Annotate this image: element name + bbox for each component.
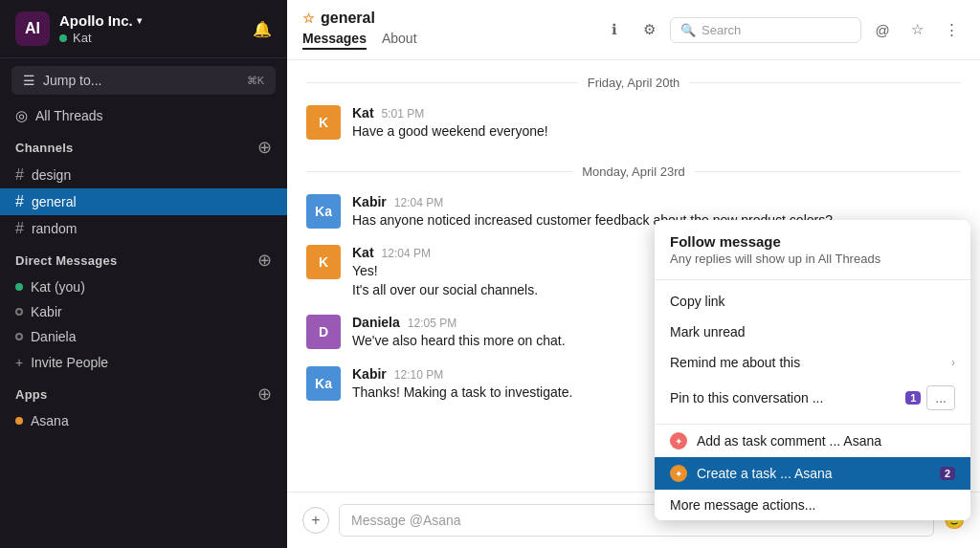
- asana-create-task-item[interactable]: ✦ Create a task ... Asana 2: [655, 457, 970, 490]
- three-dots-button[interactable]: ...: [926, 385, 955, 410]
- search-icon: 🔍: [680, 23, 696, 37]
- apps-section-header: Apps ⊕: [0, 376, 287, 408]
- message-content: Kat 5:01 PM Have a good weekend everyone…: [352, 105, 961, 142]
- sidebar-item-all-threads[interactable]: ◎ All Threads: [0, 102, 287, 129]
- online-status-icon: [59, 34, 67, 42]
- add-app-icon[interactable]: ⊕: [257, 384, 272, 405]
- date-divider-monday: Monday, April 23rd: [306, 149, 961, 186]
- sidebar: AI Apollo Inc. ▾ Kat 🔔 ☰ Jump to... ⌘K ◎…: [0, 0, 287, 548]
- hash-icon: #: [15, 193, 24, 210]
- channel-tabs: Messages About: [302, 29, 433, 50]
- hash-icon: #: [15, 166, 24, 184]
- avatar: Ka: [306, 366, 341, 401]
- header-actions: ℹ ⚙ 🔍 Search @ ☆ ⋮: [601, 16, 965, 43]
- offline-dot-icon: [15, 333, 23, 340]
- remind-me-item[interactable]: Remind me about this ›: [655, 347, 970, 378]
- badge-1: 1: [905, 391, 921, 405]
- channel-title-area: ☆ general Messages About: [302, 10, 433, 50]
- offline-dot-icon: [15, 308, 23, 316]
- sidebar-dm-daniela[interactable]: Daniela: [0, 324, 287, 349]
- sidebar-item-random[interactable]: # random: [0, 215, 287, 242]
- sidebar-app-asana[interactable]: Asana: [0, 408, 287, 433]
- copy-link-item[interactable]: Copy link: [655, 286, 970, 317]
- tab-messages[interactable]: Messages: [302, 29, 367, 50]
- at-icon-button[interactable]: @: [869, 16, 896, 43]
- search-input[interactable]: Search: [702, 23, 741, 37]
- keyboard-shortcut: ⌘K: [247, 75, 264, 87]
- date-divider-friday: Friday, April 20th: [306, 60, 961, 98]
- asana-add-comment-item[interactable]: ✦ Add as task comment ... Asana: [655, 425, 970, 457]
- hash-icon: #: [15, 220, 24, 237]
- message-text: Have a good weekend everyone!: [352, 122, 961, 142]
- sidebar-dm-kabir[interactable]: Kabir: [0, 299, 287, 324]
- avatar: K: [306, 245, 341, 279]
- avatar: K: [306, 105, 341, 140]
- jump-to-button[interactable]: ☰ Jump to... ⌘K: [11, 66, 276, 95]
- star-header-icon[interactable]: ☆: [903, 16, 930, 43]
- jump-to-icon: ☰: [23, 73, 35, 88]
- search-bar[interactable]: 🔍 Search: [670, 17, 861, 43]
- avatar: D: [306, 315, 341, 349]
- chevron-right-icon: ›: [951, 356, 955, 369]
- asana-create-icon: ✦: [670, 465, 687, 482]
- add-dm-icon[interactable]: ⊕: [257, 250, 272, 271]
- pin-conversation-item[interactable]: Pin to this conversation ... 1 ...: [655, 378, 970, 418]
- asana-status-icon: [15, 417, 23, 425]
- add-channel-icon[interactable]: ⊕: [257, 137, 272, 158]
- channel-header: ☆ general Messages About ℹ ⚙ 🔍 Search @ …: [287, 0, 980, 60]
- sidebar-header: AI Apollo Inc. ▾ Kat 🔔: [0, 0, 287, 58]
- settings-icon-button[interactable]: ⚙: [635, 16, 662, 43]
- info-icon-button[interactable]: ℹ: [601, 16, 628, 43]
- user-status: Kat: [59, 31, 142, 45]
- threads-icon: ◎: [15, 107, 28, 124]
- plus-circle-icon: +: [15, 355, 23, 370]
- follow-message-desc: Any replies will show up in All Threads: [670, 252, 955, 266]
- message-header: Kabir 12:04 PM: [352, 194, 961, 209]
- workspace-icon: AI: [15, 11, 50, 46]
- message-group: K Kat 5:01 PM Have a good weekend everyo…: [287, 98, 980, 149]
- asana-submenu: ✦ Add as task comment ... Asana ✦ Create…: [655, 424, 970, 520]
- workspace-name[interactable]: Apollo Inc. ▾: [59, 12, 142, 29]
- tab-about[interactable]: About: [382, 29, 417, 50]
- sidebar-dm-kat[interactable]: Kat (you): [0, 274, 287, 299]
- dm-section-header: Direct Messages ⊕: [0, 242, 287, 274]
- badge-2: 2: [940, 467, 955, 480]
- context-menu-items: Copy link Mark unread Remind me about th…: [655, 280, 970, 424]
- avatar: Ka: [306, 194, 341, 229]
- online-dot-icon: [15, 283, 23, 291]
- channel-name: ☆ general: [302, 10, 433, 27]
- channels-section-header: Channels ⊕: [0, 129, 287, 162]
- message-plus-button[interactable]: +: [302, 507, 329, 534]
- invite-people-button[interactable]: + Invite People: [0, 349, 287, 376]
- sidebar-item-general[interactable]: # general: [0, 188, 287, 215]
- workspace-chevron-icon: ▾: [137, 15, 142, 26]
- follow-message-title: Follow message: [670, 233, 955, 250]
- message-header: Kat 5:01 PM: [352, 105, 961, 121]
- bell-icon[interactable]: 🔔: [253, 20, 272, 38]
- workspace-area: AI Apollo Inc. ▾ Kat: [15, 11, 142, 46]
- asana-comment-icon: ✦: [670, 432, 687, 449]
- mark-unread-item[interactable]: Mark unread: [655, 317, 970, 347]
- star-icon[interactable]: ☆: [302, 11, 315, 26]
- sidebar-item-design[interactable]: # design: [0, 162, 287, 188]
- workspace-info: Apollo Inc. ▾ Kat: [59, 12, 142, 45]
- more-message-actions-item[interactable]: More message actions...: [655, 490, 970, 520]
- context-menu: Follow message Any replies will show up …: [655, 220, 970, 520]
- more-icon-button[interactable]: ⋮: [938, 16, 965, 43]
- main-content: ☆ general Messages About ℹ ⚙ 🔍 Search @ …: [287, 0, 980, 548]
- follow-message-section: Follow message Any replies will show up …: [655, 220, 970, 280]
